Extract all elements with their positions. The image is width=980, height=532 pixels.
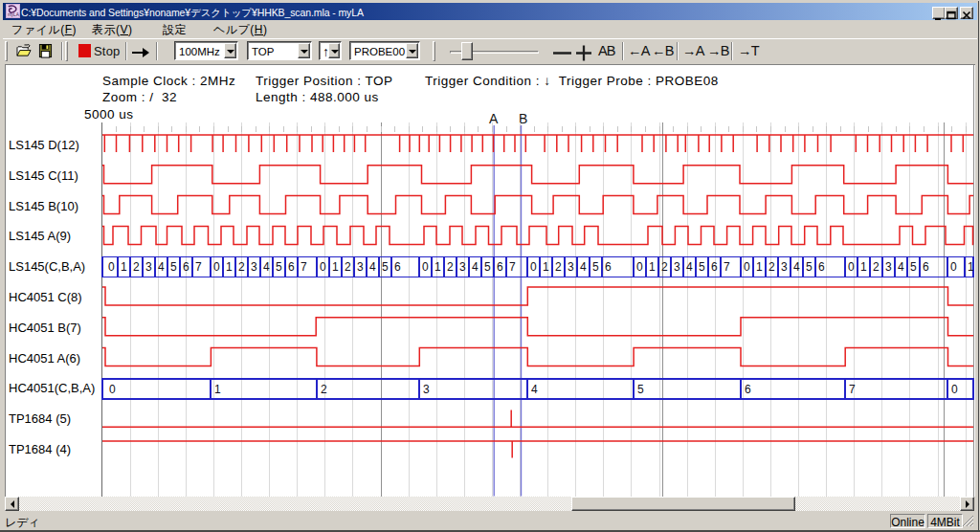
svg-text:5: 5 [910,260,917,274]
svg-text:1: 1 [543,260,549,274]
svg-text:1: 1 [214,383,221,396]
svg-text:1: 1 [860,260,867,274]
svg-text:6: 6 [923,260,929,274]
svg-text:3: 3 [145,260,152,274]
svg-text:3: 3 [357,260,364,274]
svg-text:0: 0 [848,260,855,274]
svg-text:6: 6 [818,260,825,274]
svg-text:0: 0 [744,260,750,274]
svg-text:5: 5 [170,260,177,274]
svg-text:5: 5 [699,260,705,274]
svg-text:2: 2 [873,260,880,274]
svg-text:6: 6 [183,260,189,274]
svg-text:4: 4 [369,260,376,274]
svg-text:1: 1 [226,260,233,274]
svg-text:5: 5 [806,260,813,274]
svg-text:1: 1 [332,260,339,274]
svg-text:7: 7 [509,260,516,274]
svg-text:0: 0 [951,383,958,396]
svg-text:4: 4 [898,260,904,274]
svg-text:0: 0 [109,383,116,396]
svg-text:6: 6 [288,260,295,274]
svg-text:4: 4 [531,383,538,396]
svg-text:6: 6 [745,383,751,396]
svg-text:5: 5 [592,260,599,274]
svg-text:0: 0 [636,260,643,274]
svg-text:6: 6 [497,260,503,274]
svg-text:5: 5 [637,383,644,396]
svg-text:7: 7 [849,383,856,396]
svg-text:7: 7 [724,260,730,274]
svg-text:2: 2 [345,260,351,274]
svg-text:1: 1 [756,260,763,274]
svg-text:7: 7 [301,260,307,274]
svg-text:4: 4 [158,260,165,274]
svg-text:3: 3 [781,260,788,274]
svg-text:3: 3 [459,260,466,274]
svg-text:4: 4 [263,260,270,274]
svg-text:1: 1 [434,260,441,274]
svg-text:0: 0 [213,260,220,274]
svg-text:1: 1 [968,260,974,274]
svg-text:5: 5 [276,260,282,274]
svg-text:0: 0 [320,260,326,274]
svg-text:6: 6 [605,260,612,274]
svg-text:2: 2 [555,260,562,274]
svg-text:0: 0 [422,260,429,274]
svg-text:2: 2 [447,260,454,274]
svg-text:0: 0 [950,260,957,274]
svg-text:2: 2 [133,260,140,274]
svg-text:6: 6 [711,260,718,274]
svg-text:2: 2 [661,260,668,274]
svg-text:0: 0 [108,260,115,274]
svg-text:3: 3 [423,383,430,396]
svg-text:3: 3 [885,260,892,274]
svg-text:3: 3 [674,260,680,274]
svg-text:2: 2 [321,383,327,396]
svg-text:5: 5 [382,260,389,274]
svg-text:1: 1 [649,260,656,274]
svg-text:3: 3 [251,260,257,274]
svg-text:4: 4 [580,260,587,274]
svg-text:2: 2 [768,260,775,274]
svg-text:2: 2 [238,260,245,274]
svg-text:4: 4 [793,260,800,274]
svg-text:4: 4 [686,260,693,274]
svg-text:4: 4 [472,260,479,274]
svg-text:6: 6 [394,260,401,274]
svg-text:5: 5 [484,260,491,274]
svg-text:1: 1 [121,260,127,274]
svg-text:0: 0 [530,260,537,274]
svg-text:7: 7 [195,260,202,274]
svg-text:3: 3 [568,260,574,274]
